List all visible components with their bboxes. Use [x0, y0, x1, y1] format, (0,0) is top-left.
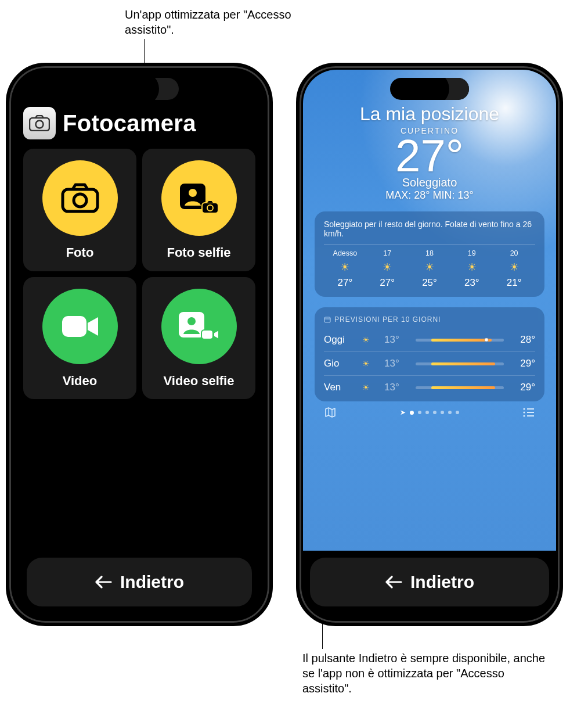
tile-label: Foto	[66, 245, 94, 260]
back-button[interactable]: Indietro	[27, 558, 252, 606]
dynamic-island	[100, 78, 179, 100]
low-temp: 13°	[384, 358, 410, 369]
tile-label: Video selfie	[164, 374, 235, 389]
calendar-icon	[324, 316, 331, 323]
sun-icon: ☀︎	[324, 261, 366, 274]
hourly-card[interactable]: Soleggiato per il resto del giorno. Fola…	[315, 211, 544, 297]
svg-point-10	[187, 317, 196, 325]
svg-point-18	[523, 415, 525, 416]
location-arrow-icon: ➤	[400, 408, 406, 416]
low-temp: 13°	[384, 334, 410, 346]
dynamic-island	[390, 78, 469, 100]
tile-photo[interactable]: Foto	[23, 149, 136, 271]
svg-rect-6	[202, 203, 218, 213]
map-icon[interactable]	[324, 406, 337, 419]
tile-video-selfie[interactable]: Video selfie	[142, 277, 255, 400]
arrow-left-icon	[95, 576, 112, 588]
day-name: Gio	[324, 358, 356, 369]
svg-point-1	[36, 121, 44, 128]
selfie-video-icon	[161, 289, 237, 364]
hour-cell: 17 ☀︎ 27°	[366, 249, 409, 289]
high-temp: 28°	[510, 334, 535, 346]
high-temp: 29°	[510, 358, 535, 369]
sun-icon: ☀︎	[409, 261, 451, 274]
hour-cell: 18 ☀︎ 25°	[409, 249, 451, 289]
svg-point-16	[523, 408, 525, 410]
low-temp: 13°	[384, 382, 410, 393]
current-temp: 27°	[315, 132, 544, 180]
sun-icon: ☀︎	[362, 359, 378, 368]
condition-label: Soleggiato	[315, 177, 544, 189]
list-icon[interactable]	[522, 407, 535, 418]
day-name: Ven	[324, 382, 356, 393]
high-temp: 29°	[510, 382, 535, 393]
video-icon	[42, 289, 118, 364]
sun-icon: ☀︎	[450, 261, 493, 274]
phone-right: La mia posizione CUPERTINO 27° Soleggiat…	[296, 63, 563, 626]
selfie-photo-icon	[161, 160, 237, 236]
summary-text: Soleggiato per il resto del giorno. Fola…	[324, 220, 535, 245]
back-label: Indietro	[410, 572, 474, 592]
temp-range-bar	[416, 339, 504, 342]
arrow-left-icon	[385, 576, 402, 588]
back-label: Indietro	[120, 572, 184, 592]
svg-rect-12	[324, 317, 330, 322]
camera-app-icon	[23, 107, 56, 139]
svg-point-17	[523, 411, 525, 413]
hour-cell: 20 ☀︎ 21°	[493, 249, 535, 289]
page-title: Fotocamera	[63, 110, 196, 137]
forecast-row[interactable]: Gio☀︎13°29°	[324, 351, 535, 375]
forecast-row[interactable]: Ven☀︎13°29°	[324, 375, 535, 399]
location-title: La mia posizione	[315, 105, 544, 124]
svg-point-5	[189, 189, 197, 197]
camera-icon	[42, 160, 118, 236]
forecast-row[interactable]: Oggi☀︎13°28°	[324, 328, 535, 351]
back-button[interactable]: Indietro	[310, 558, 549, 606]
callout-top: Un'app ottimizzata per "Accesso assistit…	[125, 7, 334, 37]
maxmin-label: MAX: 28° MIN: 13°	[315, 190, 544, 201]
tile-photo-selfie[interactable]: Foto selfie	[142, 149, 255, 271]
svg-rect-11	[201, 330, 213, 339]
page-dots[interactable]: ➤	[400, 408, 459, 416]
hour-cell: 19 ☀︎ 23°	[450, 249, 493, 289]
tile-label: Foto selfie	[167, 245, 230, 260]
phone-left: Fotocamera Foto Foto selfie	[6, 63, 273, 626]
svg-point-3	[74, 194, 86, 207]
day-name: Oggi	[324, 334, 356, 346]
camera-header: Fotocamera	[21, 103, 258, 145]
hour-cell: Adesso ☀︎ 27°	[324, 249, 366, 289]
svg-rect-8	[62, 316, 86, 337]
sun-icon: ☀︎	[366, 261, 409, 274]
tile-video[interactable]: Video	[23, 277, 136, 400]
sun-icon: ☀︎	[362, 335, 378, 344]
weather-header: La mia posizione CUPERTINO 27° Soleggiat…	[315, 105, 544, 201]
forecast-card[interactable]: PREVISIONI PER 10 GIORNI Oggi☀︎13°28°Gio…	[315, 307, 544, 401]
forecast-title: PREVISIONI PER 10 GIORNI	[324, 315, 535, 324]
callout-bottom: Il pulsante Indietro è sempre disponibil…	[302, 651, 546, 696]
sun-icon: ☀︎	[493, 261, 535, 274]
sun-icon: ☀︎	[362, 383, 378, 392]
city-name: CUPERTINO	[315, 127, 544, 135]
temp-range-bar	[416, 362, 504, 365]
temp-range-bar	[416, 386, 504, 389]
tile-label: Video	[63, 374, 98, 389]
